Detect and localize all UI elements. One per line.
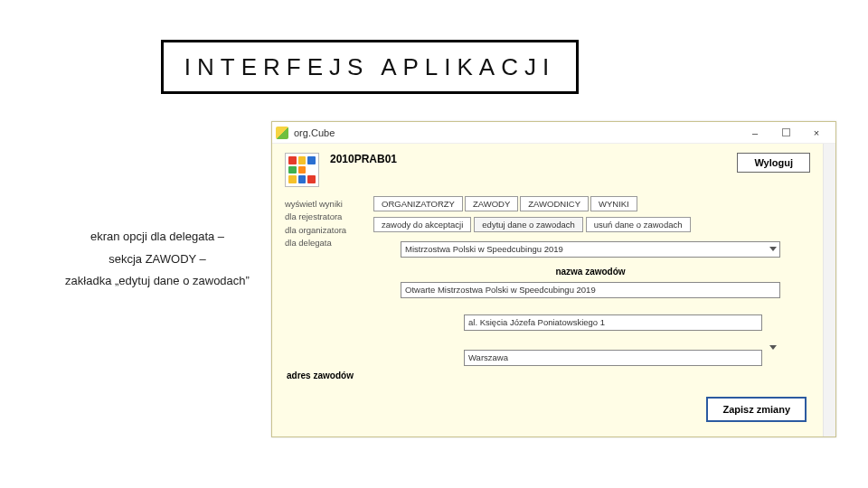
subtab-edit[interactable]: edytuj dane o zawodach [474,217,582,232]
subtab-row: zawody do akceptacji edytuj dane o zawod… [373,217,805,232]
user-code: 2010PRAB01 [330,153,397,165]
city-field: Warszawa [401,340,780,366]
side-link-organizer[interactable]: dla organizatora [285,224,368,237]
subtab-pending[interactable]: zawody do akceptacji [373,217,471,232]
cube-icon [285,153,319,187]
slide-captions: ekran opcji dla delegata – sekcja ZAWODY… [49,226,266,293]
window-title: org.Cube [294,127,335,138]
competition-name-field: Otwarte Mistrzostwa Polski w Speedcubing… [401,282,780,298]
form-fields: Mistrzostwa Polski w Speedcubingu 2019 n… [401,241,780,366]
street-field: al. Księcia Józefa Poniatowskiego 1 [401,314,780,331]
city-select[interactable]: Warszawa [464,350,762,366]
competition-name-label: nazwa zawodów [401,267,780,277]
tab-row: ORGANIZATORZY ZAWODY ZAWODNICY WYNIKI [373,196,805,211]
side-link-results[interactable]: wyświetl wyniki [285,198,368,211]
app-icon [276,127,288,139]
vertical-scrollbar[interactable] [823,144,835,436]
caption-line-2: sekcja ZAWODY – [49,249,266,271]
side-link-registrar[interactable]: dla rejestratora [285,211,368,223]
tab-competitors[interactable]: ZAWODNICY [520,196,589,211]
event-select-field: Mistrzostwa Polski w Speedcubingu 2019 [401,241,780,258]
close-button[interactable]: × [801,124,832,142]
caption-line-3: zakładka „edytuj dane o zawodach” [49,270,266,293]
logout-button[interactable]: Wyloguj [737,153,810,173]
competition-name-input[interactable]: Otwarte Mistrzostwa Polski w Speedcubing… [401,282,780,298]
side-link-delegate[interactable]: dla delegata [285,237,368,249]
subtab-delete[interactable]: usuń dane o zawodach [586,217,691,232]
save-button[interactable]: Zapisz zmiany [706,397,807,422]
event-select[interactable]: Mistrzostwa Polski w Speedcubingu 2019 [401,241,780,258]
slide-title: INTERFEJS APLIKACJI [184,53,555,81]
client-area: 2010PRAB01 Wyloguj wyświetl wyniki dla r… [272,144,823,436]
tab-competitions[interactable]: ZAWODY [465,196,518,211]
slide-title-box: INTERFEJS APLIKACJI [161,40,579,94]
window-titlebar: org.Cube – × [272,122,835,144]
minimize-button[interactable]: – [740,124,770,142]
maximize-button[interactable] [770,124,801,142]
caption-line-1: ekran opcji dla delegata – [49,226,266,249]
tab-organizers[interactable]: ORGANIZATORZY [373,196,463,211]
app-window: org.Cube – × 2010PRAB01 Wyloguj wyświetl… [271,121,836,437]
svg-rect-0 [782,129,789,136]
side-links: wyświetl wyniki dla rejestratora dla org… [285,198,368,249]
tab-results[interactable]: WYNIKI [590,196,637,211]
main-area: ORGANIZATORZY ZAWODY ZAWODNICY WYNIKI za… [373,196,805,375]
address-section-label: adres zawodów [287,371,354,380]
street-input[interactable]: al. Księcia Józefa Poniatowskiego 1 [464,314,762,331]
header-row: 2010PRAB01 Wyloguj [285,153,810,187]
